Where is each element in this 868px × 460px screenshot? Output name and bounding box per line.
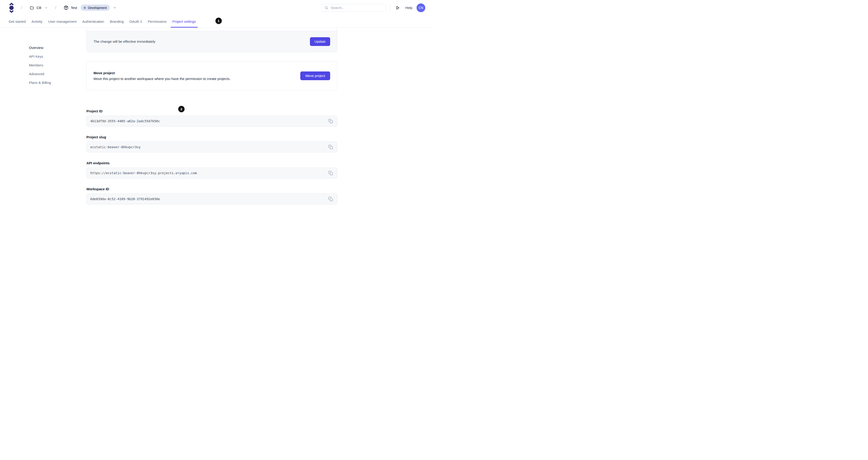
- update-card-body: [87, 28, 337, 31]
- tab-branding[interactable]: Branding: [110, 16, 124, 27]
- chevron-down-icon: [44, 6, 48, 9]
- field-project-id: Project ID 4b13df9d-3555-4485-a62a-2adc5…: [86, 109, 337, 127]
- environment-dot-icon: [84, 7, 86, 9]
- update-card-footer: The change will be effective immediately…: [87, 31, 337, 52]
- field-value-box: 4b13df9d-3555-4485-a62a-2adc55d7b50c: [86, 116, 337, 127]
- annotation-badge-1: 1: [216, 18, 222, 24]
- move-project-title: Move project: [94, 71, 230, 75]
- copy-icon: [328, 145, 333, 149]
- copy-button[interactable]: [328, 144, 333, 150]
- field-value-box: 6de839da-8c52-4109-9b28-3791492e650e: [86, 193, 337, 205]
- environment-label: Development: [88, 6, 107, 10]
- search-box[interactable]: [321, 4, 386, 12]
- workspace-name: CB: [36, 6, 41, 10]
- play-icon: [395, 5, 400, 10]
- field-label: API endpoints: [86, 161, 337, 165]
- copy-button[interactable]: [328, 196, 333, 202]
- project-name: Test: [71, 6, 77, 10]
- ory-console-page: / CB /: [0, 0, 434, 230]
- ory-logo[interactable]: [9, 2, 14, 13]
- move-project-description: Move this project to another workspace w…: [94, 77, 230, 81]
- ory-logo-icon: [9, 2, 14, 13]
- tab-authentication[interactable]: Authentication: [82, 16, 104, 27]
- tab-activity[interactable]: Activity: [31, 16, 42, 27]
- field-label: Workspace ID: [86, 187, 337, 191]
- workspace-selector[interactable]: CB: [30, 5, 48, 10]
- search-input[interactable]: [331, 6, 383, 10]
- project-selector[interactable]: Test Development: [64, 5, 117, 11]
- field-value-box: ecstatic-beaver-0hkvpcr3sy: [86, 142, 337, 153]
- sidebar-item-members[interactable]: Members: [29, 63, 70, 67]
- field-value: https://ecstatic-beaver-0hkvpcr3sy.proje…: [90, 171, 197, 175]
- field-workspace-id: Workspace ID 6de839da-8c52-4109-9b28-379…: [86, 187, 337, 205]
- tab-oauth2[interactable]: OAuth 2: [129, 16, 142, 27]
- sidebar-item-plans-billing[interactable]: Plans & Billing: [29, 81, 70, 85]
- update-button[interactable]: Update: [310, 37, 330, 46]
- header: / CB /: [0, 0, 434, 16]
- field-value-box: https://ecstatic-beaver-0hkvpcr3sy.proje…: [86, 167, 337, 179]
- annotation-badge-2: 2: [178, 106, 185, 112]
- copy-icon: [328, 171, 333, 175]
- breadcrumb-separator: /: [55, 5, 56, 10]
- help-link[interactable]: Help: [405, 6, 412, 10]
- package-icon: [64, 5, 68, 10]
- copy-button[interactable]: [328, 118, 333, 124]
- header-divider: [390, 5, 391, 11]
- tab-user-management[interactable]: User management: [48, 16, 76, 27]
- breadcrumb-separator: /: [21, 5, 22, 10]
- field-project-slug: Project slug ecstatic-beaver-0hkvpcr3sy: [86, 135, 337, 153]
- field-value: ecstatic-beaver-0hkvpcr3sy: [90, 145, 141, 149]
- field-label: Project ID: [86, 109, 337, 113]
- main-content: The change will be effective immediately…: [86, 28, 337, 205]
- move-project-card: Move project Move this project to anothe…: [86, 61, 337, 90]
- sidebar-item-overview[interactable]: Overview: [29, 45, 70, 50]
- environment-badge: Development: [81, 5, 110, 11]
- avatar[interactable]: CN: [416, 3, 425, 12]
- tab-project-settings[interactable]: Project settings: [172, 16, 196, 27]
- field-label: Project slug: [86, 135, 337, 139]
- run-button[interactable]: [395, 5, 400, 10]
- tab-permissions[interactable]: Permissions: [148, 16, 166, 27]
- field-value: 6de839da-8c52-4109-9b28-3791492e650e: [90, 197, 160, 201]
- update-card: The change will be effective immediately…: [86, 28, 337, 52]
- field-value: 4b13df9d-3555-4485-a62a-2adc55d7b50c: [90, 119, 160, 123]
- move-project-button[interactable]: Move project: [300, 71, 330, 80]
- settings-sidebar: Overview API Keys Members Advanced Plans…: [29, 45, 70, 89]
- folder-icon: [30, 5, 34, 10]
- sidebar-item-advanced[interactable]: Advanced: [29, 72, 70, 76]
- copy-icon: [328, 197, 333, 201]
- project-fields: Project ID 4b13df9d-3555-4485-a62a-2adc5…: [86, 109, 337, 205]
- update-card-message: The change will be effective immediately: [94, 39, 155, 43]
- chevron-down-icon: [113, 6, 117, 9]
- copy-icon: [328, 119, 333, 123]
- move-project-text: Move project Move this project to anothe…: [94, 71, 230, 81]
- tab-get-started[interactable]: Get started: [9, 16, 26, 27]
- field-api-endpoints: API endpoints https://ecstatic-beaver-0h…: [86, 161, 337, 179]
- copy-button[interactable]: [328, 170, 333, 176]
- sidebar-item-api-keys[interactable]: API Keys: [29, 54, 70, 59]
- search-icon: [324, 6, 328, 10]
